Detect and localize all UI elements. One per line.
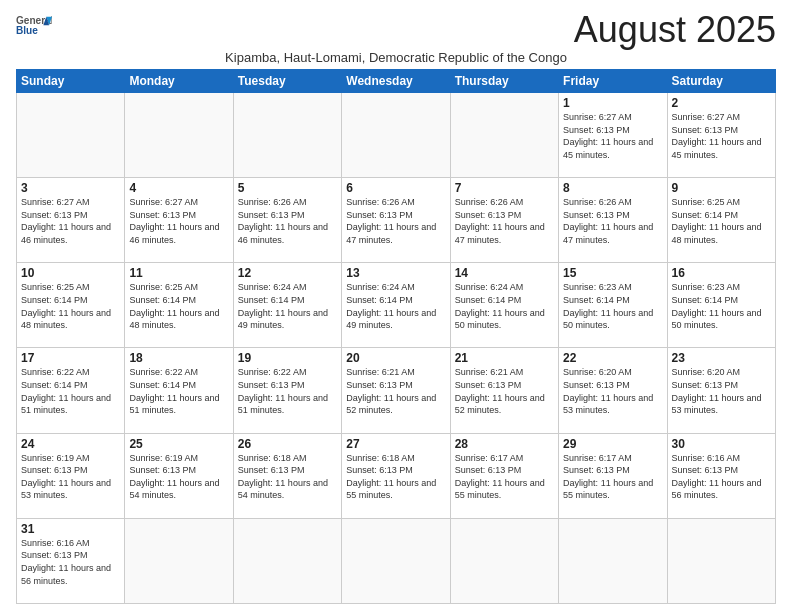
day-number: 12 [238,266,337,280]
day-number: 20 [346,351,445,365]
day-info: Sunrise: 6:27 AM Sunset: 6:13 PM Dayligh… [672,111,771,161]
calendar-day-cell: 3Sunrise: 6:27 AM Sunset: 6:13 PM Daylig… [17,178,125,263]
day-number: 22 [563,351,662,365]
month-title: August 2025 [574,12,776,48]
calendar-day-cell: 26Sunrise: 6:18 AM Sunset: 6:13 PM Dayli… [233,433,341,518]
calendar-day-cell: 18Sunrise: 6:22 AM Sunset: 6:14 PM Dayli… [125,348,233,433]
day-info: Sunrise: 6:22 AM Sunset: 6:14 PM Dayligh… [129,366,228,416]
calendar-day-cell: 25Sunrise: 6:19 AM Sunset: 6:13 PM Dayli… [125,433,233,518]
day-info: Sunrise: 6:25 AM Sunset: 6:14 PM Dayligh… [129,281,228,331]
day-info: Sunrise: 6:25 AM Sunset: 6:14 PM Dayligh… [21,281,120,331]
day-number: 4 [129,181,228,195]
calendar-week-row: 17Sunrise: 6:22 AM Sunset: 6:14 PM Dayli… [17,348,776,433]
calendar-day-cell: 15Sunrise: 6:23 AM Sunset: 6:14 PM Dayli… [559,263,667,348]
day-info: Sunrise: 6:23 AM Sunset: 6:14 PM Dayligh… [672,281,771,331]
day-info: Sunrise: 6:21 AM Sunset: 6:13 PM Dayligh… [346,366,445,416]
logo: General Blue [16,12,52,40]
day-number: 19 [238,351,337,365]
day-number: 18 [129,351,228,365]
day-info: Sunrise: 6:27 AM Sunset: 6:13 PM Dayligh… [563,111,662,161]
weekday-header: Monday [125,70,233,93]
calendar-day-cell [342,93,450,178]
calendar-day-cell [125,518,233,603]
day-info: Sunrise: 6:27 AM Sunset: 6:13 PM Dayligh… [21,196,120,246]
day-number: 29 [563,437,662,451]
day-number: 1 [563,96,662,110]
day-number: 27 [346,437,445,451]
day-number: 30 [672,437,771,451]
calendar-day-cell: 5Sunrise: 6:26 AM Sunset: 6:13 PM Daylig… [233,178,341,263]
day-number: 28 [455,437,554,451]
day-info: Sunrise: 6:16 AM Sunset: 6:13 PM Dayligh… [672,452,771,502]
day-number: 13 [346,266,445,280]
calendar-day-cell: 12Sunrise: 6:24 AM Sunset: 6:14 PM Dayli… [233,263,341,348]
day-info: Sunrise: 6:22 AM Sunset: 6:13 PM Dayligh… [238,366,337,416]
calendar-day-cell: 22Sunrise: 6:20 AM Sunset: 6:13 PM Dayli… [559,348,667,433]
day-info: Sunrise: 6:26 AM Sunset: 6:13 PM Dayligh… [346,196,445,246]
weekday-header: Sunday [17,70,125,93]
weekday-header: Wednesday [342,70,450,93]
day-number: 21 [455,351,554,365]
day-number: 11 [129,266,228,280]
day-number: 24 [21,437,120,451]
calendar-day-cell: 20Sunrise: 6:21 AM Sunset: 6:13 PM Dayli… [342,348,450,433]
calendar-day-cell: 17Sunrise: 6:22 AM Sunset: 6:14 PM Dayli… [17,348,125,433]
calendar-week-row: 3Sunrise: 6:27 AM Sunset: 6:13 PM Daylig… [17,178,776,263]
calendar-day-cell: 14Sunrise: 6:24 AM Sunset: 6:14 PM Dayli… [450,263,558,348]
day-number: 7 [455,181,554,195]
day-number: 15 [563,266,662,280]
calendar-day-cell [450,518,558,603]
calendar-day-cell: 6Sunrise: 6:26 AM Sunset: 6:13 PM Daylig… [342,178,450,263]
day-info: Sunrise: 6:21 AM Sunset: 6:13 PM Dayligh… [455,366,554,416]
weekday-header: Friday [559,70,667,93]
day-number: 31 [21,522,120,536]
day-info: Sunrise: 6:19 AM Sunset: 6:13 PM Dayligh… [21,452,120,502]
day-info: Sunrise: 6:26 AM Sunset: 6:13 PM Dayligh… [455,196,554,246]
calendar-day-cell [667,518,775,603]
calendar-day-cell: 4Sunrise: 6:27 AM Sunset: 6:13 PM Daylig… [125,178,233,263]
calendar-day-cell [17,93,125,178]
day-info: Sunrise: 6:24 AM Sunset: 6:14 PM Dayligh… [238,281,337,331]
day-info: Sunrise: 6:19 AM Sunset: 6:13 PM Dayligh… [129,452,228,502]
calendar-body: 1Sunrise: 6:27 AM Sunset: 6:13 PM Daylig… [17,93,776,604]
day-info: Sunrise: 6:24 AM Sunset: 6:14 PM Dayligh… [346,281,445,331]
calendar-day-cell: 28Sunrise: 6:17 AM Sunset: 6:13 PM Dayli… [450,433,558,518]
calendar-week-row: 31Sunrise: 6:16 AM Sunset: 6:13 PM Dayli… [17,518,776,603]
calendar: SundayMondayTuesdayWednesdayThursdayFrid… [16,69,776,604]
day-info: Sunrise: 6:17 AM Sunset: 6:13 PM Dayligh… [455,452,554,502]
day-number: 16 [672,266,771,280]
day-info: Sunrise: 6:18 AM Sunset: 6:13 PM Dayligh… [238,452,337,502]
day-number: 17 [21,351,120,365]
header: General Blue August 2025 [16,12,776,48]
calendar-day-cell: 16Sunrise: 6:23 AM Sunset: 6:14 PM Dayli… [667,263,775,348]
day-number: 3 [21,181,120,195]
day-number: 10 [21,266,120,280]
day-number: 5 [238,181,337,195]
day-info: Sunrise: 6:26 AM Sunset: 6:13 PM Dayligh… [563,196,662,246]
calendar-day-cell: 30Sunrise: 6:16 AM Sunset: 6:13 PM Dayli… [667,433,775,518]
day-number: 8 [563,181,662,195]
day-number: 14 [455,266,554,280]
calendar-day-cell: 9Sunrise: 6:25 AM Sunset: 6:14 PM Daylig… [667,178,775,263]
day-info: Sunrise: 6:27 AM Sunset: 6:13 PM Dayligh… [129,196,228,246]
day-number: 23 [672,351,771,365]
logo-svg: General Blue [16,12,52,40]
day-number: 25 [129,437,228,451]
day-info: Sunrise: 6:26 AM Sunset: 6:13 PM Dayligh… [238,196,337,246]
day-info: Sunrise: 6:20 AM Sunset: 6:13 PM Dayligh… [563,366,662,416]
calendar-day-cell [559,518,667,603]
subtitle: Kipamba, Haut-Lomami, Democratic Republi… [16,50,776,65]
calendar-day-cell: 23Sunrise: 6:20 AM Sunset: 6:13 PM Dayli… [667,348,775,433]
day-info: Sunrise: 6:16 AM Sunset: 6:13 PM Dayligh… [21,537,120,587]
calendar-day-cell: 31Sunrise: 6:16 AM Sunset: 6:13 PM Dayli… [17,518,125,603]
calendar-day-cell [125,93,233,178]
weekday-header: Tuesday [233,70,341,93]
day-info: Sunrise: 6:17 AM Sunset: 6:13 PM Dayligh… [563,452,662,502]
calendar-day-cell: 21Sunrise: 6:21 AM Sunset: 6:13 PM Dayli… [450,348,558,433]
weekday-row: SundayMondayTuesdayWednesdayThursdayFrid… [17,70,776,93]
day-number: 6 [346,181,445,195]
calendar-day-cell: 1Sunrise: 6:27 AM Sunset: 6:13 PM Daylig… [559,93,667,178]
calendar-day-cell: 27Sunrise: 6:18 AM Sunset: 6:13 PM Dayli… [342,433,450,518]
day-info: Sunrise: 6:23 AM Sunset: 6:14 PM Dayligh… [563,281,662,331]
calendar-day-cell [233,518,341,603]
